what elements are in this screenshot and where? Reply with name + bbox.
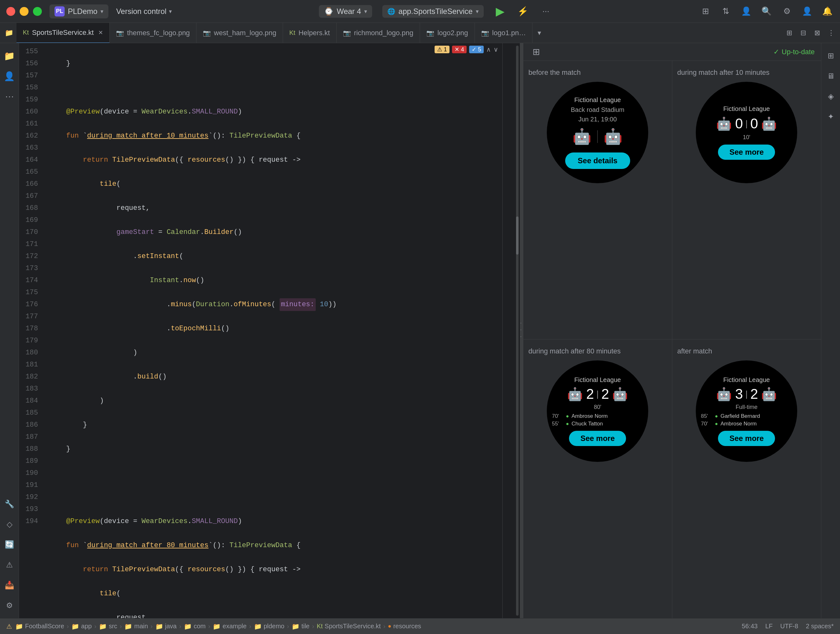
watch-face-after: Fictional League 🤖 3 | 2 🤖 Full-time [696, 360, 797, 462]
charset[interactable]: UTF-8 [780, 623, 798, 630]
sidebar-icon-more[interactable]: ⋯ [2, 89, 17, 104]
watch-score-during-10: 0 | 0 [735, 116, 758, 131]
project-tree-toggle[interactable]: 📁 [3, 27, 15, 39]
sidebar-icon-user[interactable]: 👤 [2, 68, 17, 84]
tab-sports-tile-service[interactable]: Kt SportsTileService.kt ✕ [16, 23, 110, 43]
search-icon[interactable]: 🔍 [760, 5, 773, 18]
breadcrumb-example[interactable]: 📁 example [213, 623, 246, 630]
see-more-button-after[interactable]: See more [718, 431, 775, 446]
version-control-selector[interactable]: Version control ▾ [116, 7, 172, 16]
right-sidebar-icon-layout[interactable]: ⊞ [823, 48, 838, 63]
score-home: 3 [735, 386, 743, 402]
layout-icon[interactable]: ⊞ [699, 5, 712, 18]
see-more-button-during-10[interactable]: See more [718, 145, 775, 160]
folder-icon: 📁 [71, 623, 79, 630]
sidebar-icon-build[interactable]: 🔧 [2, 496, 17, 512]
tab-richmond-logo[interactable]: 📷 richmond_logo.png [336, 23, 420, 43]
settings-icon[interactable]: ⚙ [780, 5, 793, 18]
right-sidebar-icon-magic[interactable]: ✦ [823, 109, 838, 124]
sidebar-icon-settings[interactable]: ⚙ [2, 598, 17, 613]
scroll-up-icon[interactable]: ∧ [486, 46, 491, 53]
score-away: 2 [601, 386, 609, 402]
account-icon[interactable]: 👤 [801, 5, 813, 18]
code-line-171: } [49, 443, 502, 455]
score-away: 0 [750, 116, 758, 131]
breadcrumb-pldemo-label: pldemo [264, 623, 285, 630]
sidebar-icon-warning[interactable]: ⚠ [2, 557, 17, 572]
sidebar-icon-download[interactable]: 📥 [2, 577, 17, 593]
breadcrumb-file[interactable]: Kt SportsTileService.kt [317, 623, 381, 630]
sidebar-icon-sync[interactable]: 🔄 [2, 537, 17, 552]
minimize-button[interactable] [20, 7, 28, 16]
tabs-overflow-menu[interactable]: ▾ [532, 29, 546, 37]
code-area: 155 156 157 158 159 160 161 162 163 164 … [19, 43, 520, 618]
close-button[interactable] [6, 7, 15, 16]
tab-logo1[interactable]: 📷 logo1.pn… [475, 23, 532, 43]
chevron-down-icon: ▾ [476, 8, 478, 15]
line-ending[interactable]: LF [765, 623, 772, 630]
code-editor: ⚠ 1 ✕ 4 ✓ 5 ∧ ∨ 155 156 157 158 159 160 … [19, 43, 520, 618]
project-selector[interactable]: PL PLDemo ▾ [49, 5, 108, 18]
preview-layout-icon[interactable]: ⊞ [530, 46, 542, 58]
profile-icon[interactable]: 👤 [740, 5, 753, 18]
breadcrumb-src[interactable]: 📁 src [99, 623, 117, 630]
service-selector[interactable]: 🌐 app.SportsTileService ▾ [382, 5, 484, 18]
watch-teams-before: 🤖 🤖 [572, 128, 622, 145]
breadcrumb-project[interactable]: 📁 FootballScore [15, 623, 64, 630]
breadcrumb-tile[interactable]: 📁 tile [292, 623, 310, 630]
watch-device-selector[interactable]: ⌚ Wear 4 ▾ [319, 5, 372, 18]
goal-row-1: 70' ● Ambrose Norm [552, 413, 643, 419]
away-team-icon: 🤖 [761, 116, 777, 131]
vertical-scrollbar[interactable] [516, 46, 519, 616]
breadcrumb-main[interactable]: 📁 main [124, 623, 148, 630]
match-minute-during-10: 10' [743, 134, 750, 141]
breadcrumb-com[interactable]: 📁 com [184, 623, 206, 630]
see-details-button[interactable]: See details [565, 152, 630, 169]
breadcrumb-app-label: app [81, 623, 92, 630]
breadcrumb-java[interactable]: 📁 java [155, 623, 177, 630]
watch-venue: Back road StadiumJun 21, 19:00 [571, 105, 624, 124]
cursor-position[interactable]: 56:43 [742, 623, 758, 630]
sidebar-icon-folder[interactable]: 📁 [2, 48, 17, 63]
score-sep: | [745, 389, 748, 399]
run-button[interactable]: ▶ [494, 5, 507, 18]
breadcrumb-file-label: SportsTileService.kt [325, 623, 381, 630]
scroll-down-icon[interactable]: ∨ [494, 46, 498, 53]
status-bar-right: 56:43 LF UTF-8 2 spaces* [742, 623, 834, 630]
away-team-icon: 🤖 [603, 128, 622, 145]
watch-device-label: Wear 4 [336, 7, 361, 16]
commit-icon[interactable]: ⇅ [720, 5, 732, 18]
maximize-button[interactable] [33, 7, 42, 16]
scroll-thumb[interactable] [516, 217, 519, 255]
split-editor-icon[interactable]: ⊟ [797, 27, 810, 39]
indent-setting[interactable]: 2 spaces* [806, 623, 834, 630]
more-run-options[interactable]: ⋯ [540, 5, 552, 18]
tab-close-icon[interactable]: ✕ [98, 29, 103, 36]
breadcrumb-app[interactable]: 📁 app [71, 623, 92, 630]
tab-themes-logo[interactable]: 📷 themes_fc_logo.png [110, 23, 197, 43]
tab-label: logo2.png [437, 29, 468, 37]
notification-icon[interactable]: 🔔 [821, 5, 834, 18]
goal-scorer-1: Ambrose Norm [572, 413, 608, 419]
editor-more-icon[interactable]: ⋮ [825, 27, 837, 39]
home-team-icon: 🤖 [567, 387, 583, 402]
breadcrumb-pldemo[interactable]: 📁 pldemo [254, 623, 285, 630]
debug-button[interactable]: ⚡ [517, 5, 529, 18]
tab-west-ham-logo[interactable]: 📷 west_ham_logo.png [197, 23, 283, 43]
editor-layout-icon[interactable]: ⊞ [783, 27, 796, 39]
right-sidebar-icon-device[interactable]: 🖥 [823, 68, 838, 84]
right-sidebar-icon-inspect[interactable]: ◈ [823, 89, 838, 104]
titlebar-right: ⊞ ⇅ 👤 🔍 ⚙ 👤 🔔 [699, 5, 834, 18]
watch-during-10: Fictional League 🤖 0 | 0 🤖 10' See more [696, 82, 797, 183]
sidebar-icon-diamond[interactable]: ◇ [2, 517, 17, 532]
see-more-button-during-80[interactable]: See more [569, 431, 626, 446]
breadcrumb-com-label: com [194, 623, 206, 630]
tab-helpers[interactable]: Kt Helpers.kt [283, 23, 336, 43]
tab-logo2[interactable]: 📷 logo2.png [420, 23, 475, 43]
png-file-icon: 📷 [203, 29, 211, 37]
preview-toolbar: ⊞ ✓ Up-to-date [523, 43, 821, 61]
breadcrumb-context[interactable]: ● resources [388, 623, 421, 630]
close-editor-icon[interactable]: ⊠ [811, 27, 824, 39]
resize-handle[interactable]: · · · [520, 43, 523, 618]
error-badge: ✕ 4 [452, 46, 467, 53]
